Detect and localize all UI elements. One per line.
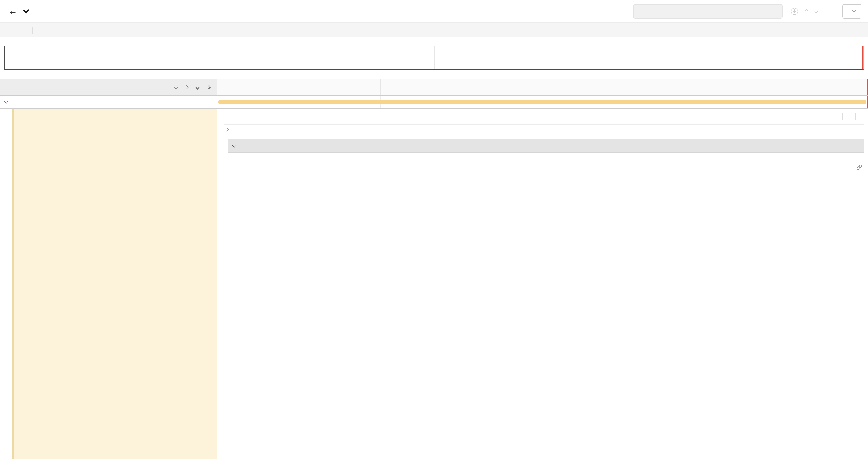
- minimap-gridline: [649, 46, 649, 69]
- span-id-footer: [224, 160, 864, 174]
- back-arrow-icon: ←: [8, 6, 17, 16]
- app: ←: [0, 0, 868, 459]
- logs-note: [228, 153, 864, 160]
- ruler-gridline: [705, 79, 706, 95]
- zoom-icon[interactable]: [791, 8, 798, 15]
- chevron-right-icon: [225, 128, 229, 132]
- collapse-all-icon[interactable]: [196, 85, 199, 89]
- trace-total-spans: [65, 26, 81, 33]
- find-controls: [791, 8, 825, 15]
- collapse-trace-chevron-icon[interactable]: [23, 7, 29, 13]
- minimap-gridline: [220, 46, 220, 69]
- chevron-down-icon[interactable]: [814, 9, 818, 13]
- find-box: [633, 4, 783, 19]
- span-row-label[interactable]: [0, 96, 217, 109]
- stat-duration: [842, 113, 856, 120]
- find-input[interactable]: [633, 4, 783, 19]
- top-bar: ←: [0, 0, 868, 22]
- trace-info-bar: [0, 22, 868, 37]
- cursor-guide-line: [867, 96, 868, 108]
- timeline-ruler: [217, 79, 868, 96]
- span-stats: [830, 113, 864, 120]
- tags-row[interactable]: [224, 125, 864, 135]
- span-detail-card: [224, 109, 864, 160]
- minimap-tick-row: [4, 39, 864, 46]
- span-detail-header[interactable]: [224, 109, 864, 125]
- chevron-up-icon[interactable]: [805, 9, 808, 13]
- minimap-gridline: [434, 46, 435, 69]
- stat-service: [830, 113, 842, 120]
- trace-minimap: [0, 37, 868, 74]
- chevron-down-icon: [232, 143, 236, 147]
- trace-services: [32, 26, 49, 33]
- link-icon[interactable]: [856, 164, 862, 170]
- trace-duration: [16, 26, 32, 33]
- ruler-gridline: [380, 79, 380, 95]
- cursor-guide-line: [867, 79, 868, 95]
- span-accent-column: [12, 109, 217, 459]
- detail-left-column: [0, 109, 217, 459]
- ruler-gridline: [543, 79, 543, 95]
- trace-depth: [49, 26, 65, 33]
- span-detail-panel: [217, 109, 868, 459]
- collapse-one-icon[interactable]: [175, 86, 177, 89]
- timeline-grid: [0, 79, 868, 459]
- chevron-down-icon: [852, 9, 856, 12]
- cursor-guide-line: [862, 46, 863, 69]
- logs-header[interactable]: [228, 139, 864, 153]
- stat-start-time: [856, 113, 864, 120]
- expand-all-icon[interactable]: [207, 86, 211, 89]
- timeline-left-header: [0, 79, 217, 96]
- minimap-canvas[interactable]: [4, 46, 864, 70]
- span-expander-icon[interactable]: [4, 100, 8, 104]
- trace-timeline-dropdown[interactable]: [842, 4, 862, 19]
- span-row-track[interactable]: [217, 96, 868, 109]
- trace-start: [6, 26, 16, 33]
- logs-section: [228, 139, 864, 160]
- back-button[interactable]: ←: [6, 6, 19, 16]
- expand-one-icon[interactable]: [185, 86, 188, 89]
